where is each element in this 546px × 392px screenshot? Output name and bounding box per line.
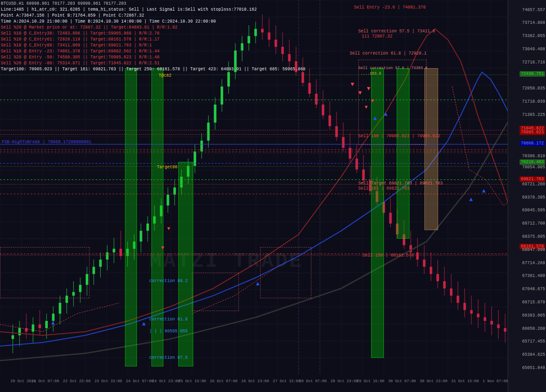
price-label: 66715.870 [522, 300, 545, 305]
price-label: 68712.700 [522, 221, 545, 226]
time-label: 24 Oct 07:00 [126, 379, 154, 383]
time-label: 28 Oct 07:00 [299, 379, 327, 383]
price-label: 70054.005 [522, 165, 545, 170]
time-scale: 20 Oct 202421 Oct 07:0022 Oct 23:0023 Oc… [0, 375, 525, 383]
price-label: 69378.395 [522, 195, 545, 200]
green-column-4 [371, 68, 384, 358]
price-label: 69721.200 [522, 182, 545, 187]
time-label: 30 Oct 23:00 [420, 379, 447, 383]
price-label: 67714.268 [522, 261, 545, 265]
price-label: 73714.868 [522, 20, 545, 25]
price-label: 74057.557 [522, 8, 545, 12]
time-label: 26 Oct 07:00 [210, 379, 238, 383]
price-label: 72430.751 [520, 71, 545, 77]
price-label: 70985.023 [520, 130, 545, 135]
price-label: 70216.483 [520, 159, 545, 165]
price-label: 69821.763 [520, 176, 545, 182]
price-scale: 74057.55773714.86873382.05573049.4987271… [508, 0, 546, 392]
price-label: 73049.498 [522, 47, 545, 52]
price-label: 72050.835 [522, 86, 545, 91]
fsb-label: FSB-HighToBreak | 70668.17200000001 [2, 140, 91, 144]
price-label: 72716.716 [522, 60, 545, 65]
time-label: 28 Oct 23:00 [331, 379, 358, 383]
price-label: 65051.848 [522, 366, 545, 370]
price-label: 65717.455 [522, 339, 545, 344]
price-label: 70668.172 [520, 141, 545, 146]
price-label: 65384.625 [522, 352, 545, 357]
time-label: 25 Oct 15:00 [178, 379, 206, 383]
time-label: 21 Oct 07:00 [32, 379, 59, 383]
green-column-3 [178, 162, 193, 366]
time-label: 27 Oct 15:00 [273, 379, 301, 383]
price-label: 67381.480 [522, 274, 545, 278]
price-label: 66383.065 [522, 313, 545, 318]
price-label: 68047.090 [522, 248, 545, 252]
time-label: 30 Oct 07:00 [388, 379, 416, 383]
price-label: 69045.505 [522, 208, 545, 213]
price-label: 73382.055 [522, 34, 545, 38]
time-label: 22 Oct 23:00 [63, 379, 91, 383]
price-label: 68375.895 [522, 234, 545, 239]
price-label: 71385.225 [522, 112, 545, 117]
price-label: 66050.260 [522, 326, 545, 331]
price-label: 71718.039 [522, 99, 545, 104]
time-label: 31 Oct 15:00 [451, 379, 479, 383]
green-column-2 [151, 68, 163, 366]
price-chart [0, 0, 525, 392]
green-column-1 [125, 68, 137, 366]
time-label: 24 Oct 23:00 [152, 379, 180, 383]
time-label: 1 Nov 07:00 [483, 379, 508, 383]
time-label: 23 Oct 15:00 [94, 379, 122, 383]
time-label: 26 Oct 23:00 [241, 379, 269, 383]
price-label: 70386.810 [522, 154, 545, 159]
tan-column-1 [424, 68, 438, 230]
chart-container: MATZI TRADE BTCUSD.H1 69998.961 70177.20… [0, 0, 546, 392]
green-column-5 [397, 68, 410, 239]
price-label: 67048.675 [522, 287, 545, 291]
time-label: 29 Oct 15:00 [357, 379, 384, 383]
